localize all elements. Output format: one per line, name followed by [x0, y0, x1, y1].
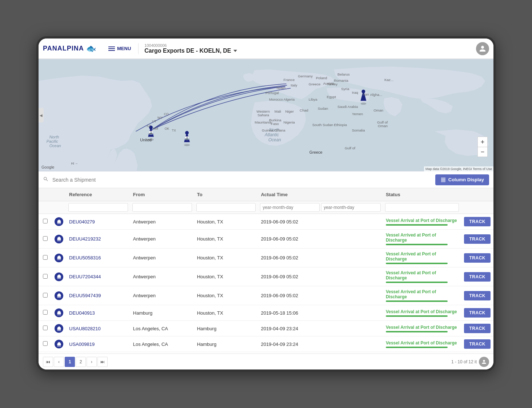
row-time: 2019-05-18 15:06 — [258, 305, 383, 321]
svg-text:United: United — [140, 138, 151, 142]
ship-icon — [55, 254, 63, 262]
row-to: Hamburg — [194, 321, 258, 336]
svg-text:Yemen: Yemen — [352, 112, 363, 116]
row-icon-cell — [52, 267, 66, 286]
next-page-button[interactable]: › — [87, 357, 97, 367]
track-button[interactable]: TRACK — [464, 339, 491, 349]
row-time: 2019-06-09 05:02 — [258, 249, 383, 267]
avatar[interactable] — [476, 42, 489, 55]
last-page-button[interactable]: ⏭ — [97, 357, 108, 367]
row-reference: DEU040913 — [66, 305, 130, 321]
row-status: Vessel Arrived at Port of Discharge — [383, 286, 461, 305]
page-2-button[interactable]: 2 — [76, 357, 86, 367]
svg-text:Syria: Syria — [341, 87, 349, 91]
row-track-cell: TRACK — [461, 305, 493, 321]
status-bar — [386, 263, 448, 264]
svg-text:Oman: Oman — [373, 108, 383, 112]
row-status: Vessel Arrived at Port of Discharge — [383, 249, 461, 267]
status-filter[interactable] — [385, 203, 459, 212]
select-all-header — [39, 188, 52, 201]
svg-text:Turkey: Turkey — [327, 82, 337, 86]
svg-text:Ocean: Ocean — [268, 137, 281, 142]
row-checkbox[interactable] — [43, 293, 48, 298]
svg-text:Pacific: Pacific — [47, 139, 59, 144]
row-checkbox[interactable] — [43, 274, 48, 279]
row-checkbox[interactable] — [43, 236, 48, 241]
row-time: 2019-04-09 23:24 — [258, 321, 383, 336]
track-button[interactable]: TRACK — [464, 291, 491, 300]
actual-time-header: Actual Time — [258, 188, 383, 201]
breadcrumb: 1004000006 Cargo Exports DE - KOELN, DE — [138, 43, 472, 54]
row-icon-cell — [52, 321, 66, 336]
row-reference: DEUU5058316 — [66, 249, 130, 267]
date-from-filter[interactable] — [260, 203, 320, 212]
track-button[interactable]: TRACK — [464, 234, 491, 244]
row-checkbox[interactable] — [43, 219, 48, 223]
track-button[interactable]: TRACK — [464, 324, 491, 333]
svg-text:Poland: Poland — [316, 76, 327, 80]
date-to-filter[interactable] — [321, 203, 381, 212]
svg-text:North: North — [49, 135, 59, 139]
collapse-handle[interactable]: ◀ — [39, 108, 44, 122]
table-row: DEUU4219232 Antwerpen Houston, TX 2019-0… — [39, 230, 493, 249]
svg-text:Somalia: Somalia — [352, 128, 365, 132]
status-bar — [386, 282, 448, 283]
chevron-down-icon[interactable] — [233, 50, 237, 52]
track-button[interactable]: TRACK — [464, 253, 491, 263]
track-button[interactable]: TRACK — [464, 272, 491, 282]
pagination: ⏮ ‹ 1 2 › ⏭ 1 - 10 of 12 it — [39, 354, 493, 369]
zoom-in-button[interactable]: + — [477, 137, 488, 147]
row-icon-cell — [52, 230, 66, 249]
row-checkbox[interactable] — [43, 326, 48, 330]
row-to: Houston, TX — [194, 214, 258, 230]
page-1-button[interactable]: 1 — [65, 357, 75, 367]
column-display-button[interactable]: Column Display — [435, 174, 489, 185]
breadcrumb-title: Cargo Exports DE - KOELN, DE — [144, 48, 472, 54]
row-checkbox-cell — [39, 267, 52, 286]
track-button[interactable]: TRACK — [464, 217, 491, 226]
prev-page-button[interactable]: ‹ — [54, 357, 64, 367]
svg-text:Greece: Greece — [309, 82, 321, 86]
from-header: From — [130, 188, 194, 201]
from-filter[interactable] — [132, 203, 192, 212]
search-input[interactable] — [52, 177, 432, 183]
to-filter[interactable] — [196, 203, 256, 212]
table-row: USA009819 Los Angeles, CA Hamburg 2019-0… — [39, 336, 493, 352]
status-header: Status — [383, 188, 461, 201]
row-checkbox-cell — [39, 214, 52, 230]
row-checkbox-cell — [39, 249, 52, 267]
row-checkbox[interactable] — [43, 310, 48, 315]
svg-text:WY: WY — [157, 116, 163, 120]
table-row: DEU040913 Hamburg Houston, TX 2019-05-18… — [39, 305, 493, 321]
reference-filter[interactable] — [68, 203, 128, 212]
svg-text:Afgha...: Afgha... — [370, 93, 382, 97]
status-text: Vessel Arrived at Port of Discharge — [386, 233, 459, 243]
row-to: Houston, TX — [194, 249, 258, 267]
first-page-button[interactable]: ⏮ — [43, 357, 53, 367]
zoom-out-button[interactable]: − — [477, 147, 488, 157]
status-bar — [386, 347, 448, 348]
hamburger-icon — [108, 47, 115, 51]
row-checkbox[interactable] — [43, 255, 48, 260]
row-status: Vessel Arrived at Port of Discharge — [383, 267, 461, 286]
svg-text:TX: TX — [172, 129, 176, 132]
table-row: DEUU7204344 Antwerpen Houston, TX 2019-0… — [39, 267, 493, 286]
row-track-cell: TRACK — [461, 230, 493, 249]
row-time: 2019-04-09 23:24 — [258, 336, 383, 352]
row-track-cell: TRACK — [461, 249, 493, 267]
svg-text:Nigeria: Nigeria — [284, 120, 295, 124]
map-area: 🚢 🚢 North Pacific Ocean North Atlantic — [39, 59, 493, 171]
row-time: 2019-06-09 05:02 — [258, 286, 383, 305]
row-from: Antwerpen — [130, 230, 194, 249]
row-checkbox[interactable] — [43, 341, 48, 346]
track-button[interactable]: TRACK — [464, 308, 491, 318]
breadcrumb-id: 1004000006 — [144, 43, 472, 48]
search-icon — [43, 176, 49, 183]
logo-area: PANALPINA 🐟 — [43, 44, 101, 53]
actions-header — [461, 188, 493, 201]
svg-text:🚢: 🚢 — [185, 136, 189, 140]
svg-text:Faso: Faso — [271, 122, 279, 126]
ship-icon — [55, 340, 63, 348]
row-to: Houston, TX — [194, 230, 258, 249]
menu-button[interactable]: MENU — [105, 44, 134, 53]
